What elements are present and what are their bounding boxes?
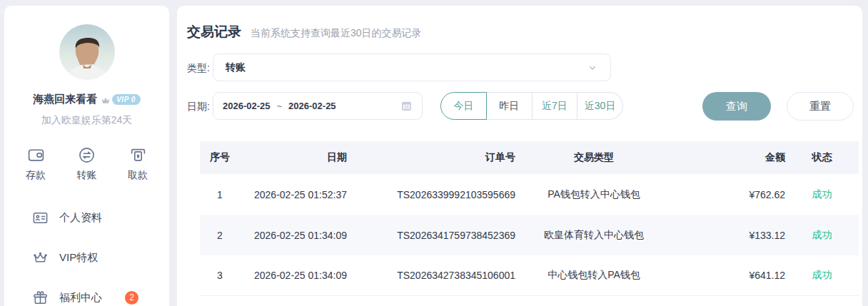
cell-index: 1	[200, 189, 240, 200]
col-header-type: 交易类型	[515, 151, 672, 164]
sidebar-item-welfare[interactable]: 福利中心 2	[4, 277, 169, 306]
quick-action-label: 取款	[128, 169, 148, 182]
sidebar-item-label: 个人资料	[59, 211, 102, 225]
col-header-amount: 金额	[672, 151, 785, 164]
cell-type: 欧皇体育转入中心钱包	[515, 229, 672, 242]
quick-action-label: 转账	[77, 169, 97, 182]
page-subtitle: 当前系统支持查询最近30日的交易记录	[251, 27, 422, 40]
table-row: 1 2026-02-25 01:52:37 TS2026339992103595…	[200, 174, 859, 215]
transaction-records-panel: 交易记录 当前系统支持查询最近30日的交易记录 类型: 转账 日期: 2026-…	[177, 6, 862, 306]
transfer-exchange-icon	[78, 146, 96, 164]
crown-icon	[32, 250, 49, 266]
type-label: 类型:	[187, 53, 210, 82]
gift-icon	[32, 290, 49, 306]
avatar[interactable]	[59, 24, 115, 80]
transactions-table: 序号 日期 订单号 交易类型 金额 状态 1 2026-02-25 01:52:…	[200, 141, 859, 296]
join-days-text: 加入欧皇娱乐第24天	[4, 114, 169, 127]
cell-order-no: TS2026342738345106001	[347, 270, 515, 281]
table-row: 2 2026-02-25 01:34:09 TS2026341759738452…	[200, 215, 859, 255]
quick-actions: 存款 转账 取款	[4, 146, 169, 182]
cell-type: 中心钱包转入PA钱包	[515, 269, 672, 282]
query-button[interactable]: 查询	[702, 92, 771, 121]
date-end-value: 2026-02-25	[288, 101, 336, 111]
cell-date: 2026-02-25 01:34:09	[240, 230, 347, 241]
vip-badge: VIP 0	[101, 94, 141, 105]
status-badge: 成功	[785, 229, 859, 242]
range-7days-button[interactable]: 近7日	[533, 92, 578, 120]
cell-amount: ¥133.12	[672, 230, 785, 241]
deposit-wallet-icon	[27, 146, 45, 164]
date-range-input[interactable]: 2026-02-25 ~ 2026-02-25	[213, 92, 423, 120]
quick-range-group: 今日 昨日 近7日 近30日	[440, 92, 623, 120]
sidebar-item-label: 福利中心	[59, 291, 102, 305]
vip-crown-icon	[101, 96, 111, 104]
transfer-button[interactable]: 转账	[77, 146, 97, 182]
withdraw-button[interactable]: 取款	[128, 146, 148, 182]
status-badge: 成功	[785, 188, 859, 201]
table-row: 3 2026-02-25 01:34:09 TS2026342738345106…	[200, 255, 859, 296]
date-range-separator: ~	[277, 101, 283, 111]
chevron-down-icon	[587, 62, 598, 73]
table-header-row: 序号 日期 订单号 交易类型 金额 状态	[200, 141, 859, 174]
cell-order-no: TS2026341759738452369	[347, 230, 515, 241]
range-30days-button[interactable]: 近30日	[577, 92, 623, 120]
cell-type: PA钱包转入中心钱包	[515, 188, 672, 201]
col-header-order: 订单号	[347, 151, 515, 164]
avatar-portrait	[59, 36, 115, 80]
col-header-date: 日期	[240, 151, 347, 164]
reset-button[interactable]: 重置	[787, 92, 854, 121]
page-title: 交易记录	[187, 23, 241, 41]
cell-index: 2	[200, 230, 240, 241]
type-select[interactable]: 转账	[213, 53, 611, 81]
sidebar-menu: 个人资料 VIP特权 福利中心 2	[4, 198, 169, 306]
vip-level-label: VIP 0	[112, 94, 141, 105]
range-yesterday-button[interactable]: 昨日	[487, 92, 533, 120]
type-filter-row: 类型: 转账	[187, 53, 852, 82]
notification-badge: 2	[125, 291, 138, 305]
page-header: 交易记录 当前系统支持查询最近30日的交易记录	[187, 23, 852, 41]
username: 海燕回来看看	[33, 93, 97, 106]
date-start-value: 2026-02-25	[223, 101, 271, 111]
range-today-button[interactable]: 今日	[440, 92, 487, 120]
cell-order-no: TS2026339992103595669	[347, 189, 515, 200]
col-header-index: 序号	[200, 151, 240, 164]
date-filter-row: 日期: 2026-02-25 ~ 2026-02-25 今日 昨日 近7日 近3…	[187, 92, 852, 121]
type-select-value: 转账	[226, 61, 246, 74]
col-header-status: 状态	[785, 151, 859, 164]
sidebar-item-vip[interactable]: VIP特权	[4, 238, 169, 277]
cell-index: 3	[200, 270, 240, 281]
deposit-button[interactable]: 存款	[26, 146, 46, 182]
sidebar: 海燕回来看看 VIP 0 加入欧皇娱乐第24天 存款 转账	[4, 6, 169, 306]
id-card-icon	[32, 210, 49, 226]
withdraw-machine-icon	[129, 146, 147, 164]
cell-amount: ¥762.62	[672, 189, 785, 200]
quick-action-label: 存款	[26, 169, 46, 182]
status-badge: 成功	[785, 269, 859, 282]
date-label: 日期:	[187, 92, 210, 121]
calendar-icon	[400, 100, 413, 112]
sidebar-item-label: VIP特权	[59, 251, 98, 265]
cell-date: 2026-02-25 01:52:37	[240, 189, 347, 200]
cell-date: 2026-02-25 01:34:09	[240, 270, 347, 281]
cell-amount: ¥641.12	[672, 270, 785, 281]
sidebar-item-profile[interactable]: 个人资料	[4, 198, 169, 238]
